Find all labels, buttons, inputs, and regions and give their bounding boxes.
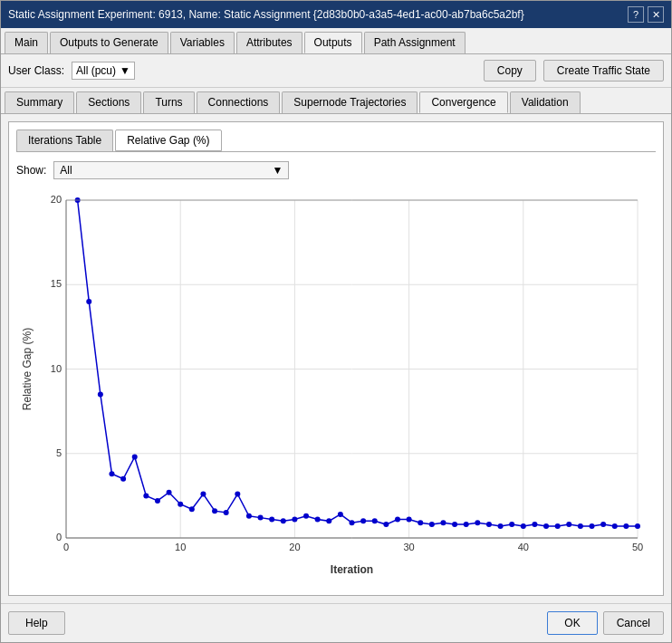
help-button[interactable]: Help [8, 611, 65, 635]
tab-main[interactable]: Main [5, 32, 48, 53]
close-window-button[interactable]: ✕ [648, 6, 664, 23]
user-class-value: All (pcu) [76, 64, 116, 77]
tab-iterations-table[interactable]: Iterations Table [16, 130, 113, 151]
tab-turns[interactable]: Turns [143, 91, 194, 113]
main-window: Static Assignment Experiment: 6913, Name… [0, 0, 672, 643]
show-dropdown-arrow-icon: ▼ [272, 164, 283, 177]
tab-variables[interactable]: Variables [170, 32, 235, 53]
tab-validation[interactable]: Validation [510, 91, 581, 113]
footer-right: OK Cancel [547, 611, 664, 635]
tab-attributes[interactable]: Attributes [236, 32, 302, 53]
user-class-dropdown[interactable]: All (pcu) ▼ [72, 62, 135, 80]
title-bar: Static Assignment Experiment: 6913, Name… [1, 1, 671, 28]
tab-sections[interactable]: Sections [76, 91, 141, 113]
tab-connections[interactable]: Connections [197, 91, 281, 113]
sub-tab-bar: Summary Sections Turns Connections Super… [1, 88, 671, 114]
show-value: All [60, 164, 72, 177]
cancel-button[interactable]: Cancel [603, 611, 664, 635]
copy-button[interactable]: Copy [484, 60, 536, 82]
toolbar: User Class: All (pcu) ▼ Copy Create Traf… [1, 54, 671, 88]
show-row: Show: All ▼ [16, 161, 656, 179]
convergence-chart [16, 187, 656, 588]
title-bar-controls: ? ✕ [628, 6, 664, 23]
content-area: Iterations Table Relative Gap (%) Show: … [1, 114, 671, 603]
dropdown-arrow-icon: ▼ [120, 64, 130, 77]
tab-path-assignment[interactable]: Path Assignment [364, 32, 466, 53]
tab-supernode-trajectories[interactable]: Supernode Trajectories [282, 91, 418, 113]
user-class-label: User Class: [8, 64, 64, 77]
show-label: Show: [16, 164, 46, 177]
tab-summary[interactable]: Summary [5, 91, 74, 113]
inner-panel: Iterations Table Relative Gap (%) Show: … [8, 121, 664, 596]
show-dropdown[interactable]: All ▼ [53, 161, 289, 179]
tab-outputs-to-generate[interactable]: Outputs to Generate [50, 32, 168, 53]
chart-wrapper [16, 187, 656, 588]
help-window-button[interactable]: ? [628, 6, 644, 23]
tab-convergence[interactable]: Convergence [419, 91, 507, 113]
tab-outputs[interactable]: Outputs [304, 32, 362, 53]
footer: Help OK Cancel [1, 603, 671, 642]
title-bar-left: Static Assignment Experiment: 6913, Name… [8, 8, 524, 21]
create-traffic-state-button[interactable]: Create Traffic State [543, 60, 664, 82]
window-title: Static Assignment Experiment: 6913, Name… [8, 8, 524, 21]
inner-tab-bar: Iterations Table Relative Gap (%) [16, 130, 656, 152]
main-tab-bar: Main Outputs to Generate Variables Attri… [1, 28, 671, 54]
tab-relative-gap[interactable]: Relative Gap (%) [115, 130, 221, 151]
ok-button[interactable]: OK [547, 611, 597, 635]
